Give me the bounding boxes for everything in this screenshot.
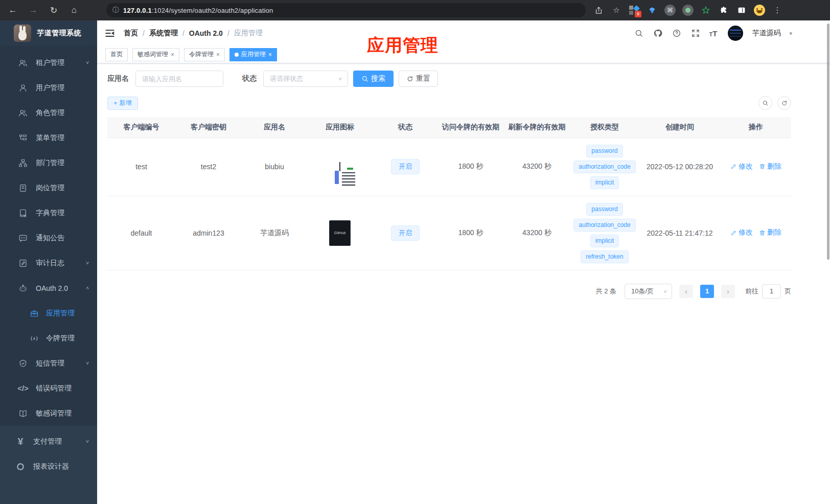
sidebar-item-dept[interactable]: 部门管理 [0, 150, 97, 175]
record-extension-icon[interactable] [682, 5, 694, 16]
toolbar-search-button[interactable] [758, 96, 772, 110]
app-name-input[interactable] [135, 71, 223, 87]
cell-access-ttl: 1800 秒 [438, 138, 503, 196]
browser-forward-icon[interactable]: → [27, 4, 40, 17]
sidebar-item-user[interactable]: 用户管理 [0, 75, 97, 100]
side-panel-icon[interactable] [736, 5, 747, 16]
sidebar-item-errcode[interactable]: </> 错误码管理 [0, 376, 97, 401]
status-label: 状态 [242, 74, 257, 83]
sidebar-collapse-icon[interactable] [104, 28, 116, 39]
bookmark-star-icon[interactable]: ☆ [611, 5, 622, 16]
sidebar-item-oauth-application[interactable]: 应用管理 [0, 301, 97, 326]
green-star-extension-icon[interactable] [700, 5, 711, 16]
col-client-id: 客户端编号 [107, 117, 175, 138]
browser-menu-icon[interactable]: ⋮ [772, 5, 783, 16]
breadcrumb-home[interactable]: 首页 [124, 29, 138, 38]
sidebar-item-sms[interactable]: 短信管理 ∨ [0, 351, 97, 376]
close-icon[interactable]: × [216, 52, 220, 58]
users-icon [18, 108, 28, 118]
prev-page-button[interactable]: ‹ [679, 285, 693, 298]
share-icon[interactable] [593, 5, 604, 16]
robot-icon [18, 283, 28, 293]
broadcast-icon [29, 333, 39, 343]
sidebar-item-oauth-token[interactable]: 令牌管理 [0, 326, 97, 351]
status-select-placeholder: 请选择状态 [270, 74, 303, 83]
browser-reload-icon[interactable]: ↻ [47, 4, 60, 17]
tab-home[interactable]: 首页 [105, 48, 128, 61]
sidebar-item-label: 审计日志 [36, 259, 64, 268]
profile-avatar-icon[interactable] [754, 5, 765, 16]
delete-link[interactable]: 删除 [759, 228, 781, 237]
edit-link[interactable]: 修改 [730, 162, 753, 171]
tab-application[interactable]: 应用管理 × [229, 48, 277, 61]
search-icon[interactable] [634, 28, 644, 38]
help-icon[interactable] [672, 28, 682, 38]
page-number-button[interactable]: 1 [700, 285, 714, 298]
goto-page-input[interactable] [762, 284, 781, 299]
cell-client-secret: test2 [175, 138, 242, 196]
tab-label: 首页 [110, 50, 123, 59]
sidebar-item-pay[interactable]: ¥ 支付管理 ∨ [0, 429, 97, 454]
site-info-icon[interactable]: ⓘ [112, 6, 119, 15]
user-avatar[interactable] [728, 26, 743, 41]
cell-refresh-ttl: 43200 秒 [503, 138, 570, 196]
page-scrollbar[interactable] [827, 24, 829, 260]
tab-sensitive-word[interactable]: 敏感词管理 × [132, 48, 179, 61]
page-size-select[interactable]: 10条/页 ∨ [625, 284, 672, 299]
cell-client-id: default [107, 196, 175, 270]
app-logo[interactable]: 芋道管理系统 [0, 20, 97, 46]
breadcrumb-oauth[interactable]: OAuth 2.0 [189, 29, 223, 37]
gem-extension-icon[interactable] [647, 5, 658, 16]
search-button[interactable]: 搜索 [353, 71, 394, 87]
fullscreen-icon[interactable] [690, 28, 701, 38]
sidebar-item-role[interactable]: 角色管理 [0, 100, 97, 125]
command-extension-icon[interactable]: ⌘ [664, 5, 676, 16]
sidebar-item-post[interactable]: 岗位管理 [0, 175, 97, 200]
sidebar-item-dict[interactable]: 字典管理 [0, 200, 97, 225]
sidebar-item-report-designer[interactable]: 报表设计器 [0, 454, 97, 479]
user-name[interactable]: 芋道源码 [752, 29, 780, 38]
breadcrumb-system[interactable]: 系统管理 [149, 29, 178, 38]
browser-home-icon[interactable]: ⌂ [67, 4, 81, 17]
sidebar-item-oauth[interactable]: OAuth 2.0 ∧ [0, 276, 97, 301]
status-badge[interactable]: 开启 [391, 159, 420, 174]
delete-link[interactable]: 删除 [759, 162, 781, 171]
sidebar-item-menu[interactable]: 菜单管理 [0, 125, 97, 150]
col-app-name: 应用名 [242, 117, 307, 138]
sidebar-item-sensitive-word[interactable]: 敏感词管理 [0, 401, 97, 426]
sidebar-item-notice[interactable]: 通知公告 [0, 225, 97, 250]
extensions-puzzle-icon[interactable] [718, 5, 729, 16]
sidebar-item-tenant[interactable]: 租户管理 ∨ [0, 50, 97, 75]
col-access-ttl: 访问令牌的有效期 [438, 117, 503, 138]
address-bar[interactable]: ⓘ 127.0.0.1:1024/system/oauth2/oauth2/ap… [106, 3, 586, 17]
tab-token[interactable]: 令牌管理 × [184, 48, 225, 61]
grant-tag: authorization_code [573, 219, 635, 232]
edit-link[interactable]: 修改 [730, 228, 753, 237]
app-title: 芋道管理系统 [37, 29, 81, 38]
breadcrumb-separator: / [227, 29, 229, 37]
grant-tag: password [586, 145, 622, 157]
extension-badge-icon[interactable]: 9 [629, 5, 640, 16]
edit-label: 修改 [739, 162, 753, 171]
toolbar-refresh-button[interactable] [777, 96, 791, 110]
cell-actions: 修改 删除 [721, 138, 791, 196]
cell-status: 开启 [373, 138, 438, 196]
reset-button[interactable]: 重置 [399, 71, 438, 87]
close-icon[interactable]: × [171, 52, 174, 58]
menu-tree-icon [18, 133, 28, 143]
font-size-icon[interactable]: TT [709, 29, 718, 38]
next-page-button[interactable]: › [721, 285, 735, 298]
add-button[interactable]: + 新增 [107, 97, 138, 110]
sidebar-item-label: 短信管理 [36, 359, 64, 368]
sidebar-item-label: 支付管理 [33, 437, 62, 446]
user-caret-icon[interactable]: ▾ [789, 30, 792, 37]
sidebar-item-audit-log[interactable]: 审计日志 ∨ [0, 250, 97, 276]
github-icon[interactable] [653, 28, 663, 38]
browser-back-icon[interactable]: ← [6, 4, 19, 17]
app-thumbnail-github: GitHub [329, 220, 351, 246]
extension-badge-count: 9 [635, 11, 641, 17]
close-icon[interactable]: × [268, 52, 272, 58]
status-select[interactable]: 请选择状态 ∨ [263, 71, 348, 87]
status-badge[interactable]: 开启 [391, 225, 420, 241]
github-thumb-label: GitHub [334, 231, 346, 235]
